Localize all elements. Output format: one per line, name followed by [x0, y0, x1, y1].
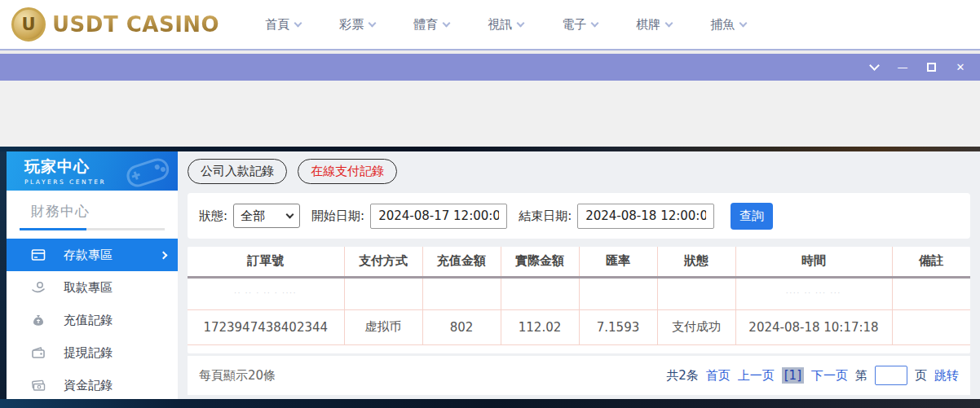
- chevron-down-icon: [739, 19, 748, 27]
- nav-item-home[interactable]: 首頁: [265, 17, 301, 33]
- withdraw-hand-icon: [31, 280, 46, 295]
- divider: [20, 228, 165, 230]
- main-content: 公司入款記錄 在線支付記錄 狀態: 全部 開始日期: 結束日期: 查詢: [178, 151, 980, 399]
- col-time: 時間: [735, 247, 892, 277]
- usdt-logo-icon: U: [11, 7, 46, 42]
- window-close-icon[interactable]: ✕: [954, 62, 967, 72]
- site-navbar: U USDT CASINO 首頁 彩票 體育 視訊 電子 棋牌 捕魚: [0, 0, 980, 50]
- tab-online-payment-records[interactable]: 在線支付記錄: [298, 159, 397, 184]
- jump-prefix-label: 第: [855, 368, 867, 384]
- nav-item-chess[interactable]: 棋牌: [636, 17, 672, 33]
- sidebar-section-title: 財務中心: [7, 191, 178, 221]
- end-date-input[interactable]: [577, 204, 714, 229]
- cell-order-no: 1723947438402344: [188, 309, 344, 344]
- sidebar-item-label: 存款專區: [64, 248, 113, 263]
- cell-remark: [892, 277, 970, 309]
- logo-letter: U: [21, 15, 35, 34]
- nav-label: 棋牌: [636, 17, 660, 33]
- window-collapse-icon[interactable]: [869, 60, 880, 71]
- records-table-card: 訂單號 支付方式 充值金額 實際金額 匯率 狀態 時間 備註 ·· ·· · ·…: [188, 247, 970, 353]
- query-button[interactable]: 查詢: [731, 203, 773, 230]
- chevron-down-icon: [294, 19, 302, 27]
- sidebar-item-label: 取款專區: [64, 280, 113, 296]
- col-pay-method: 支付方式: [344, 247, 422, 277]
- col-remark: 備註: [892, 247, 970, 277]
- col-status: 狀態: [657, 247, 735, 277]
- table-row: 1723947438402344 虚拟币 802 112.02 7.1593 支…: [188, 309, 970, 344]
- status-label: 狀態:: [199, 208, 227, 224]
- cell-status: [657, 277, 735, 309]
- page-size-text: 每頁顯示20條: [199, 368, 276, 384]
- cell-pay-method: [344, 277, 422, 309]
- pagination-controls: 共2条 首页 上一页 [1] 下一页 第 页 跳转: [666, 366, 959, 385]
- col-deposit-amount: 充值金額: [422, 247, 501, 277]
- sidebar-item-fund-records[interactable]: 資金記錄: [7, 369, 178, 401]
- cell-actual-amount: [501, 277, 579, 309]
- nav-item-slots[interactable]: 電子: [562, 17, 598, 33]
- brand[interactable]: U USDT CASINO: [11, 7, 219, 42]
- jump-button[interactable]: 跳转: [934, 368, 959, 384]
- players-center-sidebar: 玩家中心 PLAYERS CENTER 財務中心 存款專區 取款專區: [7, 151, 178, 399]
- nav-item-fishing[interactable]: 捕魚: [710, 17, 746, 33]
- cell-pay-method: 虚拟币: [344, 309, 422, 344]
- window-maximize-icon[interactable]: [927, 63, 936, 72]
- nav-label: 電子: [562, 17, 586, 33]
- cell-rate: 7.1593: [579, 309, 657, 344]
- sidebar-item-withdraw-zone[interactable]: 取款專區: [7, 271, 178, 304]
- sidebar-item-label: 資金記錄: [64, 378, 113, 393]
- tab-company-deposit-records[interactable]: 公司入款記錄: [188, 159, 287, 184]
- sidebar-item-withdrawal-records[interactable]: 提現記錄: [7, 336, 178, 369]
- sidebar-item-label: 充值記錄: [64, 313, 113, 328]
- nav-label: 捕魚: [710, 17, 735, 33]
- sidebar-item-deposit-zone[interactable]: 存款專區: [7, 239, 178, 271]
- main-menu: 首頁 彩票 體育 視訊 電子 棋牌 捕魚: [265, 17, 746, 33]
- sidebar-item-recharge-records[interactable]: 充值記錄: [7, 304, 178, 336]
- table-header-row: 訂單號 支付方式 充值金額 實際金額 匯率 狀態 時間 備註: [188, 247, 970, 277]
- chevron-down-icon: [369, 19, 377, 27]
- status-select-value: 全部: [241, 208, 265, 224]
- cell-order-no: ·· ·· · ·· · ····: [188, 277, 344, 309]
- cell-time: ···· ·· ··· ···: [735, 277, 892, 309]
- window-titlebar: — ✕: [0, 54, 980, 81]
- col-order-no: 訂單號: [188, 247, 344, 277]
- page-jump-input[interactable]: [875, 366, 907, 385]
- record-tabs: 公司入款記錄 在線支付記錄: [188, 159, 970, 184]
- wallet-icon: [31, 345, 46, 360]
- nav-label: 體育: [413, 17, 438, 33]
- cell-actual-amount: 112.02: [501, 309, 579, 344]
- deposit-card-icon: [31, 248, 46, 262]
- nav-item-live[interactable]: 視訊: [488, 17, 523, 33]
- col-rate: 匯率: [579, 247, 657, 277]
- table-row-faded: ·· ·· · ·· · ···· ···· ·· ··· ···: [188, 277, 970, 309]
- chevron-down-icon: [517, 19, 525, 27]
- chevron-down-icon: [286, 210, 294, 218]
- status-select[interactable]: 全部: [233, 204, 300, 228]
- filter-bar: 狀態: 全部 開始日期: 結束日期: 查詢: [188, 193, 970, 239]
- chevron-down-icon: [443, 19, 451, 27]
- end-date-label: 結束日期:: [519, 208, 572, 224]
- chevron-down-icon: [665, 19, 673, 27]
- jump-suffix-label: 页: [915, 368, 927, 384]
- cell-rate: [579, 277, 657, 309]
- first-page-link[interactable]: 首页: [706, 368, 731, 384]
- brand-title: USDT CASINO: [52, 12, 219, 37]
- prev-page-link[interactable]: 上一页: [738, 368, 775, 384]
- nav-item-lottery[interactable]: 彩票: [339, 17, 375, 33]
- window-minimize-icon[interactable]: —: [896, 62, 909, 72]
- total-count: 共2条: [666, 368, 699, 384]
- cell-deposit-amount: [422, 277, 501, 309]
- moneybag-icon: [31, 313, 46, 327]
- col-actual-amount: 實際金額: [501, 247, 579, 277]
- banknotes-icon: [31, 378, 46, 393]
- cell-time: 2024-08-18 10:17:18: [735, 309, 892, 344]
- pagination-bar: 每頁顯示20條 共2条 首页 上一页 [1] 下一页 第 页 跳转: [188, 356, 970, 395]
- nav-label: 視訊: [488, 17, 512, 33]
- start-date-input[interactable]: [370, 204, 507, 229]
- next-page-link[interactable]: 下一页: [811, 368, 848, 384]
- nav-label: 彩票: [339, 17, 364, 33]
- background-edge: [0, 151, 7, 399]
- nav-item-sports[interactable]: 體育: [413, 17, 449, 33]
- chevron-down-icon: [591, 19, 599, 27]
- cell-remark: [892, 309, 970, 344]
- chevron-right-icon: [160, 251, 168, 259]
